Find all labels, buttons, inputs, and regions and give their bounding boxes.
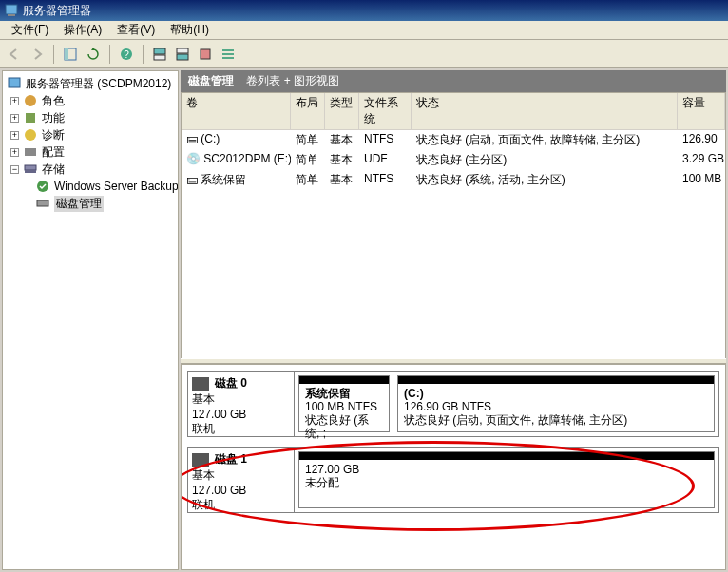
diag-icon [23, 127, 38, 143]
svg-rect-11 [222, 49, 234, 51]
titlebar: 服务器管理器 [0, 0, 728, 21]
disk-graphical-pane: 磁盘 0 基本 127.00 GB 联机 系统保留 100 MB NTFS 状态… [181, 364, 726, 570]
disk-1[interactable]: 磁盘 1 基本 127.00 GB 联机 127.00 GB 未分配 [187, 447, 719, 513]
view-top-button[interactable] [149, 44, 170, 65]
back-button [4, 44, 25, 65]
roles-icon [23, 93, 38, 108]
volume-header: 卷 布局 类型 文件系统 状态 容量 [182, 93, 725, 130]
tree-storage[interactable]: − 存储 [3, 161, 178, 178]
help-button[interactable]: ? [116, 44, 137, 65]
svg-rect-8 [177, 48, 188, 53]
tree-root[interactable]: 服务器管理器 (SCDPM2012) [3, 75, 178, 92]
partition-system-reserved[interactable]: 系统保留 100 MB NTFS 状态良好 (系统, ; [298, 375, 390, 432]
refresh-button[interactable] [83, 44, 104, 65]
tree-wsb[interactable]: Windows Server Backup [3, 178, 178, 195]
server-icon [7, 76, 22, 91]
settings-button[interactable] [195, 44, 216, 65]
menubar: 文件(F) 操作(A) 查看(V) 帮助(H) [0, 21, 728, 40]
svg-rect-18 [25, 148, 36, 156]
svg-rect-19 [25, 165, 36, 170]
partition-unallocated[interactable]: 127.00 GB 未分配 [298, 451, 715, 508]
list-button[interactable] [218, 44, 239, 65]
toolbar: ? [0, 40, 728, 68]
col-layout[interactable]: 布局 [291, 93, 325, 129]
view-bottom-button[interactable] [172, 44, 193, 65]
expand-icon[interactable]: + [10, 114, 19, 123]
disk-info: 磁盘 1 基本 127.00 GB 联机 [188, 448, 295, 512]
config-icon [23, 144, 38, 160]
window-title: 服务器管理器 [23, 3, 91, 19]
menu-view[interactable]: 查看(V) [109, 20, 163, 40]
col-status[interactable]: 状态 [412, 93, 678, 129]
tree-diskmgmt[interactable]: 磁盘管理 [3, 195, 178, 212]
disk-icon [192, 453, 209, 467]
volume-row[interactable]: 🖴 (C:) 简单 基本 NTFS 状态良好 (启动, 页面文件, 故障转储, … [182, 130, 725, 150]
svg-rect-0 [6, 5, 17, 14]
disk-icon [35, 196, 50, 211]
storage-icon [23, 162, 38, 177]
svg-rect-16 [26, 113, 35, 123]
menu-action[interactable]: 操作(A) [56, 20, 109, 40]
col-type[interactable]: 类型 [325, 93, 359, 129]
col-volume[interactable]: 卷 [182, 93, 291, 129]
features-icon [23, 110, 38, 125]
content-header: 磁盘管理 卷列表 + 图形视图 [181, 70, 726, 92]
expand-icon[interactable]: + [10, 131, 19, 140]
cd-icon: 💿 [186, 152, 203, 165]
disk-icon [192, 377, 209, 391]
drive-icon: 🖴 [186, 132, 201, 145]
volume-row[interactable]: 🖴 系统保留 简单 基本 NTFS 状态良好 (系统, 活动, 主分区) 100… [182, 170, 725, 190]
view-button[interactable] [60, 44, 81, 65]
expand-icon[interactable]: + [10, 148, 19, 157]
tree-diag[interactable]: + 诊断 [3, 126, 178, 143]
forward-button [27, 44, 48, 65]
tree-config[interactable]: + 配置 [3, 143, 178, 161]
col-fs[interactable]: 文件系统 [359, 93, 412, 129]
app-icon [4, 3, 19, 18]
svg-rect-9 [177, 54, 188, 60]
svg-rect-3 [65, 48, 68, 60]
tree-features[interactable]: + 功能 [3, 109, 178, 126]
tree-panel: 服务器管理器 (SCDPM2012) + 角色 + 功能 + 诊断 + 配置 −… [2, 70, 179, 570]
svg-point-17 [25, 129, 36, 141]
svg-rect-20 [25, 170, 36, 173]
disk-0[interactable]: 磁盘 0 基本 127.00 GB 联机 系统保留 100 MB NTFS 状态… [187, 371, 719, 437]
menu-help[interactable]: 帮助(H) [163, 20, 217, 40]
svg-rect-6 [154, 48, 165, 54]
disk-info: 磁盘 0 基本 127.00 GB 联机 [188, 372, 295, 436]
svg-text:?: ? [124, 49, 129, 60]
svg-rect-13 [222, 57, 234, 59]
tree-roles[interactable]: + 角色 [3, 92, 178, 109]
svg-rect-7 [154, 55, 165, 60]
backup-icon [35, 179, 50, 194]
menu-file[interactable]: 文件(F) [4, 20, 56, 40]
svg-point-15 [25, 95, 36, 106]
partition-c[interactable]: (C:) 126.90 GB NTFS 状态良好 (启动, 页面文件, 故障转储… [397, 375, 715, 432]
volume-row[interactable]: 💿 SC2012DPM (E:) 简单 基本 UDF 状态良好 (主分区) 3.… [182, 150, 725, 170]
content-title: 磁盘管理 [188, 74, 234, 87]
volume-list: 卷 布局 类型 文件系统 状态 容量 🖴 (C:) 简单 基本 NTFS 状态良… [181, 92, 726, 358]
svg-rect-22 [37, 200, 48, 206]
expand-icon[interactable]: + [10, 97, 19, 105]
col-capacity[interactable]: 容量 [678, 93, 725, 129]
collapse-icon[interactable]: − [10, 165, 19, 174]
svg-rect-1 [8, 14, 15, 16]
drive-icon: 🖴 [186, 173, 201, 186]
svg-rect-10 [201, 49, 210, 59]
svg-rect-14 [9, 78, 20, 87]
svg-rect-12 [222, 53, 234, 55]
content-subtitle: 卷列表 + 图形视图 [246, 74, 339, 87]
